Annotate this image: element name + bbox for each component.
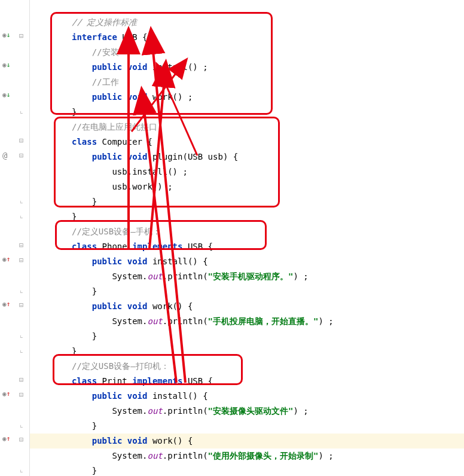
keyword: void — [127, 257, 148, 266]
code-line[interactable]: System.out.println("安装摄像头驱动文件") ; — [30, 404, 464, 419]
code-text: install() { — [147, 257, 207, 266]
keyword: public — [92, 257, 123, 266]
code-text: ) ; — [293, 271, 308, 281]
fold-end-icon[interactable]: ⌞ — [19, 465, 23, 474]
keyword: implements — [132, 376, 182, 386]
code-line[interactable]: public void install() ; — [30, 60, 464, 75]
fold-end-icon[interactable]: ⌞ — [19, 196, 23, 205]
code-text: USB { — [182, 376, 213, 386]
override-down-icon[interactable]: ◉↓ — [2, 62, 10, 68]
code-line[interactable]: } — [30, 284, 464, 299]
brace: } — [72, 346, 77, 356]
code-line[interactable]: } — [30, 194, 464, 209]
override-up-icon[interactable]: ◉↑ — [2, 390, 10, 397]
code-line[interactable]: usb.work() ; — [30, 179, 464, 194]
fold-end-icon[interactable]: ⌞ — [19, 106, 23, 115]
keyword: interface — [72, 32, 117, 42]
code-line[interactable]: class Print implements USB { — [30, 374, 464, 389]
code-line[interactable]: public void install() { — [30, 389, 464, 404]
override-up-icon[interactable]: ◉↑ — [2, 435, 10, 442]
code-line[interactable]: } — [30, 329, 464, 344]
code-line[interactable]: class Phone implements USB { — [30, 239, 464, 254]
code-line[interactable]: public void work() ; — [30, 90, 464, 105]
keyword: void — [127, 391, 148, 401]
keyword: public — [92, 62, 123, 72]
comment-text: // 定义操作标准 — [72, 17, 137, 27]
code-line[interactable]: usb.install() ; — [30, 164, 464, 179]
code-text: usb.install() ; — [112, 167, 187, 176]
code-line[interactable]: } — [30, 209, 464, 224]
code-line-current[interactable]: public void work() { — [30, 434, 464, 448]
fold-toggle-icon[interactable] — [19, 136, 23, 145]
annotation-icon[interactable]: @ — [2, 151, 7, 160]
fold-toggle-icon[interactable] — [19, 390, 23, 399]
keyword: class — [72, 137, 97, 147]
code-line[interactable]: public void install() { — [30, 254, 464, 269]
code-text: install() { — [147, 391, 207, 401]
code-line[interactable]: //定义USB设备—打印机： — [30, 359, 464, 374]
fold-end-icon[interactable]: ⌞ — [19, 346, 23, 354]
code-line[interactable]: System.out.println("安装手机驱动程序。") ; — [30, 269, 464, 284]
fold-end-icon[interactable]: ⌞ — [19, 420, 23, 429]
fold-end-icon[interactable]: ⌞ — [19, 211, 23, 219]
code-line[interactable]: } — [30, 419, 464, 434]
fold-toggle-icon[interactable] — [19, 32, 23, 40]
code-line[interactable]: //安装 — [30, 45, 464, 60]
keyword: publi — [92, 436, 117, 446]
keyword: void — [127, 92, 148, 102]
identifier: Phone — [97, 242, 132, 251]
code-line[interactable]: // 定义操作标准 — [30, 15, 464, 30]
code-line[interactable]: } — [30, 105, 464, 120]
override-up-icon[interactable]: ◉↑ — [2, 256, 10, 263]
keyword: void — [127, 152, 148, 161]
code-text: plugin(USB usb) { — [147, 152, 238, 161]
code-line[interactable]: //定义USB设备—手机： — [30, 224, 464, 239]
identifier: USB — [122, 32, 137, 42]
brace: } — [92, 197, 97, 206]
override-down-icon[interactable]: ◉↓ — [2, 32, 10, 38]
string-literal: "手机投屏电脑，开始直播。" — [208, 316, 319, 326]
fold-end-icon[interactable]: ⌞ — [19, 331, 23, 339]
string-literal: "安装手机驱动程序。" — [208, 271, 294, 281]
fold-toggle-icon[interactable] — [19, 376, 23, 384]
code-text: .println( — [163, 316, 208, 326]
code-text: install() ; — [147, 62, 207, 72]
comment-text: //定义USB设备—打印机： — [72, 361, 169, 371]
code-line[interactable]: //在电脑上应用此接口 — [30, 120, 464, 135]
code-line[interactable]: System.out.println("手机投屏电脑，开始直播。") ; — [30, 314, 464, 329]
keyword: public — [92, 152, 123, 161]
code-editor[interactable]: // 定义操作标准 interface USB { //安装 public vo… — [30, 0, 464, 476]
code-line[interactable]: public void plugin(USB usb) { — [30, 149, 464, 164]
fold-end-icon[interactable]: ⌞ — [19, 286, 23, 294]
code-line[interactable]: //工作 — [30, 75, 464, 90]
code-line[interactable]: public void work() { — [30, 299, 464, 314]
fold-toggle-icon[interactable] — [19, 301, 23, 309]
fold-toggle-icon[interactable] — [19, 241, 23, 249]
keyword: void — [127, 301, 148, 311]
fold-toggle-icon[interactable] — [19, 435, 23, 444]
code-line[interactable]: class Computer { — [30, 135, 464, 149]
keyword: public — [92, 391, 123, 401]
override-down-icon[interactable]: ◉↓ — [2, 91, 10, 98]
code-line[interactable]: } — [30, 344, 464, 359]
fold-toggle-icon[interactable] — [19, 151, 23, 160]
code-line[interactable]: System.out.println("使用外部摄像头，开始录制") ; — [30, 448, 464, 463]
keyword: public — [92, 92, 123, 102]
keyword: implements — [132, 242, 182, 251]
brace: { — [138, 32, 148, 42]
brace: } — [92, 466, 97, 475]
string-literal: "使用外部摄像头，开始录制" — [208, 451, 319, 460]
identifier: Print — [97, 376, 132, 386]
comment-text: //定义USB设备—手机： — [72, 227, 161, 236]
override-up-icon[interactable]: ◉↑ — [2, 301, 10, 307]
brace: } — [72, 107, 77, 117]
code-line[interactable]: interface USB { — [30, 30, 464, 45]
code-text: usb.work() ; — [112, 182, 172, 191]
fold-toggle-icon[interactable] — [19, 256, 23, 264]
code-text: work() ; — [147, 92, 193, 102]
code-line[interactable]: } — [30, 463, 464, 476]
keyword: public — [92, 301, 123, 311]
code-text: System. — [112, 271, 147, 281]
string-literal: "安装摄像头驱动文件" — [208, 406, 294, 416]
brace: } — [72, 212, 77, 221]
